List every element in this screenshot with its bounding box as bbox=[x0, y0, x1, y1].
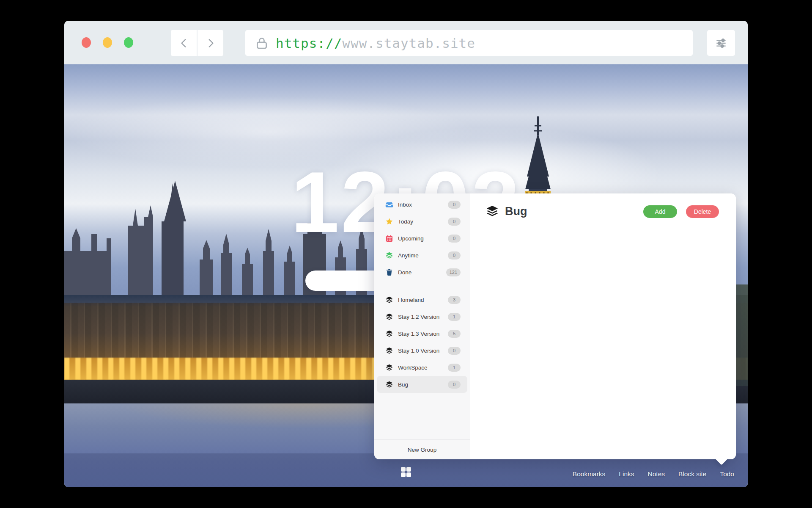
layers-icon bbox=[385, 381, 393, 389]
zoom-button[interactable] bbox=[124, 37, 133, 48]
group-lists: Homeland 3 Stay 1.2 Version 1 bbox=[374, 291, 470, 393]
sidebar-item-anytime[interactable]: Anytime 0 bbox=[377, 247, 467, 264]
chevron-right-icon bbox=[205, 38, 216, 49]
sidebar-item-upcoming[interactable]: Upcoming 0 bbox=[377, 230, 467, 247]
layers-icon bbox=[486, 204, 499, 218]
sidebar-group-homeland[interactable]: Homeland 3 bbox=[377, 291, 467, 308]
layers-green-icon bbox=[385, 251, 393, 260]
add-button[interactable]: Add bbox=[643, 205, 677, 218]
footer-menu: Bookmarks Links Notes Block site Todo bbox=[573, 470, 734, 478]
smart-lists: Inbox 0 Today 0 Upcoming bbox=[374, 196, 470, 393]
layers-icon bbox=[385, 364, 393, 372]
count-badge: 121 bbox=[446, 268, 461, 276]
new-group-button[interactable]: New Group bbox=[374, 439, 470, 459]
layers-icon bbox=[385, 313, 393, 321]
url-scheme: https:// bbox=[276, 36, 342, 51]
star-icon bbox=[385, 218, 393, 226]
layers-icon bbox=[385, 296, 393, 304]
trash-icon bbox=[385, 268, 393, 276]
footer-link-todo[interactable]: Todo bbox=[720, 470, 734, 478]
count-badge: 0 bbox=[448, 235, 461, 243]
address-bar[interactable]: https://www.staytab.site bbox=[245, 30, 693, 56]
sidebar-item-today[interactable]: Today 0 bbox=[377, 213, 467, 230]
sidebar-divider bbox=[379, 286, 466, 286]
count-badge: 1 bbox=[448, 313, 461, 321]
sidebar-group-stay13[interactable]: Stay 1.3 Version 5 bbox=[377, 325, 467, 342]
lock-icon bbox=[255, 35, 269, 52]
url-text: https://www.staytab.site bbox=[276, 36, 475, 51]
minimize-button[interactable] bbox=[103, 37, 112, 48]
sidebar-group-stay12[interactable]: Stay 1.2 Version 1 bbox=[377, 308, 467, 325]
browser-window: https://www.staytab.site bbox=[64, 21, 748, 487]
close-button[interactable] bbox=[82, 37, 91, 48]
sidebar-group-stay10[interactable]: Stay 1.0 Version 0 bbox=[377, 342, 467, 359]
back-button[interactable] bbox=[171, 30, 197, 56]
footer-link-blocksite[interactable]: Block site bbox=[678, 470, 706, 478]
layers-icon bbox=[385, 330, 393, 338]
list-title: Bug bbox=[505, 205, 527, 218]
chevron-left-icon bbox=[178, 38, 189, 49]
grid-icon[interactable] bbox=[400, 466, 412, 478]
forward-button[interactable] bbox=[198, 30, 223, 56]
delete-button[interactable]: Delete bbox=[686, 205, 719, 218]
count-badge: 0 bbox=[448, 381, 461, 389]
count-badge: 1 bbox=[448, 364, 461, 372]
footer-link-bookmarks[interactable]: Bookmarks bbox=[573, 470, 606, 478]
sidebar-group-workspace[interactable]: WorkSpace 1 bbox=[377, 359, 467, 376]
sliders-icon bbox=[714, 36, 728, 50]
footer-link-links[interactable]: Links bbox=[619, 470, 634, 478]
todo-sidebar: Inbox 0 Today 0 Upcoming bbox=[374, 193, 470, 459]
footer-link-notes[interactable]: Notes bbox=[648, 470, 665, 478]
url-host: www.staytab.site bbox=[342, 36, 475, 51]
list-actions: Add Delete bbox=[643, 205, 719, 218]
count-badge: 3 bbox=[448, 296, 461, 304]
sidebar-item-done[interactable]: Done 121 bbox=[377, 264, 467, 281]
inbox-icon bbox=[385, 201, 393, 209]
count-badge: 0 bbox=[448, 251, 461, 260]
sidebar-item-inbox[interactable]: Inbox 0 bbox=[377, 196, 467, 213]
settings-button[interactable] bbox=[707, 30, 735, 56]
count-badge: 5 bbox=[448, 330, 461, 338]
todo-main-panel: Bug Add Delete bbox=[470, 193, 736, 459]
nav-buttons bbox=[171, 30, 223, 56]
desktop-background: https://www.staytab.site bbox=[0, 0, 812, 508]
calendar-icon bbox=[385, 235, 393, 243]
list-header: Bug bbox=[486, 204, 527, 218]
layers-icon bbox=[385, 347, 393, 355]
todo-popup: Inbox 0 Today 0 Upcoming bbox=[374, 193, 736, 459]
sidebar-group-bug[interactable]: Bug 0 bbox=[377, 376, 467, 393]
count-badge: 0 bbox=[448, 347, 461, 355]
browser-chrome: https://www.staytab.site bbox=[64, 21, 748, 64]
count-badge: 0 bbox=[448, 201, 461, 209]
traffic-lights bbox=[82, 37, 133, 48]
count-badge: 0 bbox=[448, 218, 461, 226]
